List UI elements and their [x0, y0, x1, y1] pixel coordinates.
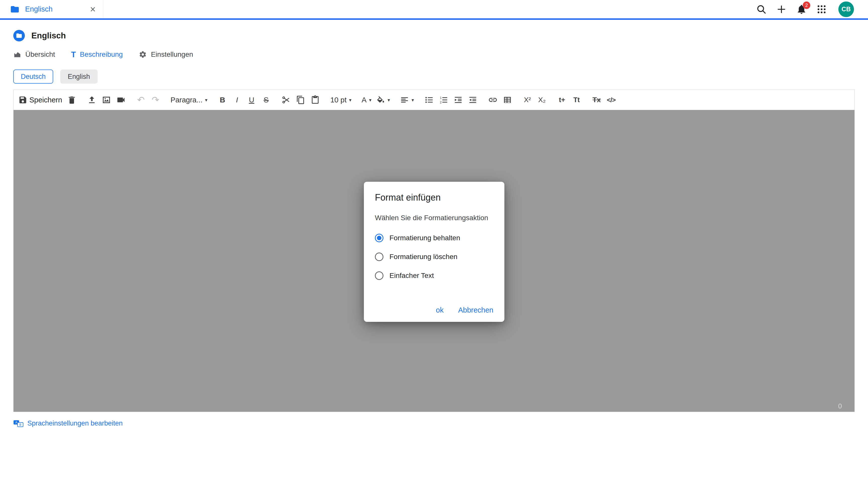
- superscript-button[interactable]: X²: [520, 92, 535, 108]
- outdent-icon: [468, 95, 477, 104]
- option-einfacher-text[interactable]: Einfacher Text: [375, 266, 493, 285]
- topbar-actions: 2 CB: [754, 0, 868, 18]
- outdent-button[interactable]: [465, 92, 480, 108]
- option-formatierung-loeschen[interactable]: Formatierung löschen: [375, 247, 493, 266]
- text-color-dropdown[interactable]: A ▾: [359, 92, 374, 108]
- course-folder-icon: [13, 30, 25, 41]
- insert-video-button[interactable]: [114, 92, 128, 108]
- code-view-button[interactable]: </>: [604, 92, 619, 108]
- image-icon: [102, 95, 111, 105]
- increase-text-button[interactable]: t+: [555, 92, 569, 108]
- italic-button[interactable]: I: [229, 92, 244, 108]
- tab-uebersicht[interactable]: Übersicht: [13, 51, 55, 59]
- insert-image-button[interactable]: [99, 92, 114, 108]
- format-options: Formatierung behalten Formatierung lösch…: [375, 229, 493, 285]
- paste-button[interactable]: [308, 92, 322, 108]
- option-label: Einfacher Text: [390, 272, 434, 280]
- undo-button[interactable]: ↶: [134, 92, 148, 108]
- paragraph-style-dropdown[interactable]: Paragra... ▾: [168, 92, 210, 108]
- underline-button[interactable]: U: [244, 92, 259, 108]
- clear-format-button[interactable]: Tx: [589, 92, 604, 108]
- radio-button[interactable]: [375, 234, 383, 242]
- indent-icon: [454, 95, 463, 104]
- dialog-subtitle: Wählen Sie die Formatierungsaktion: [375, 214, 493, 222]
- text-case-button[interactable]: Tt: [569, 92, 584, 108]
- editor-toolbar: Speichern: [13, 90, 855, 110]
- apps-button[interactable]: [815, 2, 828, 16]
- redo-button[interactable]: ↷: [148, 92, 163, 108]
- tab-label: Englisch: [25, 5, 85, 13]
- bullet-list-button[interactable]: [422, 92, 436, 108]
- chevron-down-icon: ▾: [205, 97, 208, 103]
- numbered-list-icon: 12: [439, 95, 448, 104]
- strikethrough-button[interactable]: S: [259, 92, 273, 108]
- fill-color-dropdown[interactable]: ▾: [374, 92, 393, 108]
- copy-icon: [296, 95, 305, 104]
- cancel-button[interactable]: Abbrechen: [458, 306, 493, 314]
- tab-label: Einstellungen: [151, 51, 193, 59]
- notifications-button[interactable]: 2: [795, 2, 808, 16]
- search-icon: [756, 4, 767, 15]
- notification-badge: 2: [803, 1, 810, 9]
- format-dialog: Format einfügen Wählen Sie die Formatier…: [364, 182, 504, 322]
- topbar-accent-line: [0, 18, 868, 20]
- topbar: Englisch × 2: [0, 0, 868, 18]
- bold-button[interactable]: B: [215, 92, 229, 108]
- language-settings-link[interactable]: Spracheinstellungen bearbeiten: [27, 420, 123, 427]
- chevron-down-icon: ▾: [411, 97, 414, 103]
- add-button[interactable]: [775, 2, 788, 16]
- page-title: Englisch: [31, 31, 66, 40]
- save-button[interactable]: Speichern: [16, 92, 64, 108]
- table-icon: [503, 95, 512, 104]
- page-header: Englisch: [13, 30, 855, 41]
- gear-icon: [139, 51, 147, 59]
- radio-button[interactable]: [375, 271, 383, 280]
- option-label: Formatierung löschen: [390, 253, 458, 261]
- save-icon: [18, 95, 27, 104]
- section-tabs: Übersicht T Beschreibung Einstellungen: [13, 51, 855, 59]
- text-icon: T: [71, 51, 76, 59]
- upload-button[interactable]: [85, 92, 99, 108]
- scissors-icon: [281, 95, 291, 105]
- tab-label: Beschreibung: [80, 51, 123, 59]
- clipboard-icon: [311, 95, 320, 104]
- folder-icon: [10, 4, 20, 14]
- numbered-list-button[interactable]: 12: [436, 92, 451, 108]
- video-camera-icon: [116, 95, 126, 105]
- align-left-icon: [400, 95, 409, 104]
- tab-einstellungen[interactable]: Einstellungen: [139, 51, 193, 59]
- upload-icon: [87, 95, 97, 105]
- ok-button[interactable]: ok: [436, 306, 444, 314]
- radio-button[interactable]: [375, 252, 383, 261]
- chevron-down-icon: ▾: [388, 97, 390, 103]
- language-button-english[interactable]: English: [60, 69, 98, 84]
- avatar[interactable]: CB: [838, 1, 854, 17]
- tab-beschreibung[interactable]: T Beschreibung: [71, 51, 123, 59]
- text-color-icon: A: [362, 96, 367, 104]
- chevron-down-icon: ▾: [349, 97, 351, 103]
- option-label: Formatierung behalten: [390, 234, 460, 242]
- apps-grid-icon: [816, 4, 827, 14]
- copy-button[interactable]: [293, 92, 308, 108]
- plus-icon: [776, 4, 787, 15]
- language-button-deutsch[interactable]: Deutsch: [13, 69, 53, 84]
- close-icon[interactable]: ×: [90, 4, 96, 14]
- trash-icon: [67, 95, 76, 104]
- indent-button[interactable]: [451, 92, 465, 108]
- font-size-dropdown[interactable]: 10 pt ▾: [328, 92, 353, 108]
- link-button[interactable]: [486, 92, 500, 108]
- character-count: 0: [838, 402, 842, 410]
- dialog-actions: ok Abbrechen: [436, 306, 493, 314]
- language-toggle: Deutsch English: [13, 69, 855, 84]
- delete-button[interactable]: [64, 92, 79, 108]
- link-icon: [488, 95, 498, 105]
- chevron-down-icon: ▾: [369, 97, 372, 103]
- table-button[interactable]: [500, 92, 515, 108]
- align-dropdown[interactable]: ▾: [398, 92, 416, 108]
- search-button[interactable]: [754, 2, 768, 16]
- cut-button[interactable]: [279, 92, 293, 108]
- subscript-button[interactable]: X₂: [535, 92, 549, 108]
- course-tab[interactable]: Englisch ×: [0, 0, 103, 18]
- option-formatierung-behalten[interactable]: Formatierung behalten: [375, 229, 493, 247]
- bullet-list-icon: [425, 95, 434, 104]
